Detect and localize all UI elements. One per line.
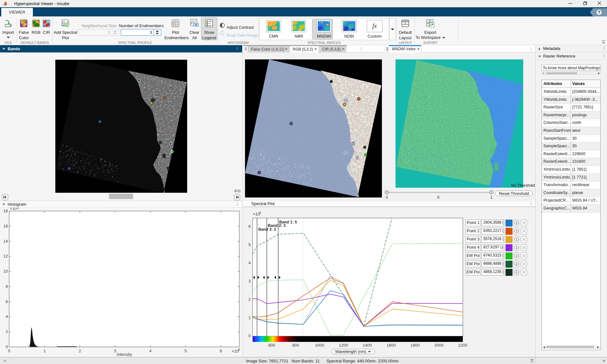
svg-text:6: 6 <box>220 349 222 353</box>
svg-text:5: 5 <box>248 242 251 247</box>
svg-text:-5: -5 <box>16 208 19 209</box>
svg-text:0: 0 <box>8 349 10 353</box>
svg-text:600: 600 <box>268 343 275 348</box>
svg-text:4: 4 <box>248 260 251 265</box>
svg-text:1600: 1600 <box>387 343 396 348</box>
svg-text:2000: 2000 <box>434 343 444 348</box>
svg-text:8: 8 <box>6 284 8 289</box>
svg-text:5: 5 <box>184 349 187 353</box>
svg-text:18: 18 <box>3 209 8 213</box>
svg-text:×10: ×10 <box>253 212 260 216</box>
svg-text:3: 3 <box>114 349 116 353</box>
svg-text:1: 1 <box>43 349 46 353</box>
svg-text:10: 10 <box>3 269 8 274</box>
svg-text:4: 4 <box>238 348 240 351</box>
svg-text:×10: ×10 <box>10 208 17 211</box>
svg-text:2: 2 <box>248 297 251 302</box>
svg-text:1200: 1200 <box>339 343 348 348</box>
svg-text:2: 2 <box>6 329 8 334</box>
svg-text:4: 4 <box>149 349 151 353</box>
svg-text:4: 4 <box>6 314 8 319</box>
svg-text:0: 0 <box>248 333 251 338</box>
svg-text:fx: fx <box>372 22 377 30</box>
svg-text:?: ? <box>598 10 601 15</box>
svg-text:800: 800 <box>292 343 299 348</box>
svg-text:1000: 1000 <box>315 343 324 348</box>
svg-text:6: 6 <box>6 299 8 304</box>
svg-text:2: 2 <box>79 349 81 353</box>
svg-text:1800: 1800 <box>410 343 420 348</box>
svg-text:1: 1 <box>248 315 251 320</box>
svg-text:2200: 2200 <box>458 343 468 348</box>
svg-text:Band 3: 2: Band 3: 2 <box>258 227 276 232</box>
svg-text:12: 12 <box>3 254 8 258</box>
svg-text:4: 4 <box>259 211 261 215</box>
svg-text:1400: 1400 <box>363 343 372 348</box>
svg-text:3: 3 <box>248 279 251 283</box>
svg-text:6: 6 <box>248 224 251 229</box>
svg-text:0: 0 <box>6 344 8 349</box>
svg-text:16: 16 <box>3 224 8 228</box>
svg-text:Intensity: Intensity <box>117 352 132 357</box>
svg-text:14: 14 <box>3 239 8 244</box>
svg-text:×10: ×10 <box>232 349 239 354</box>
